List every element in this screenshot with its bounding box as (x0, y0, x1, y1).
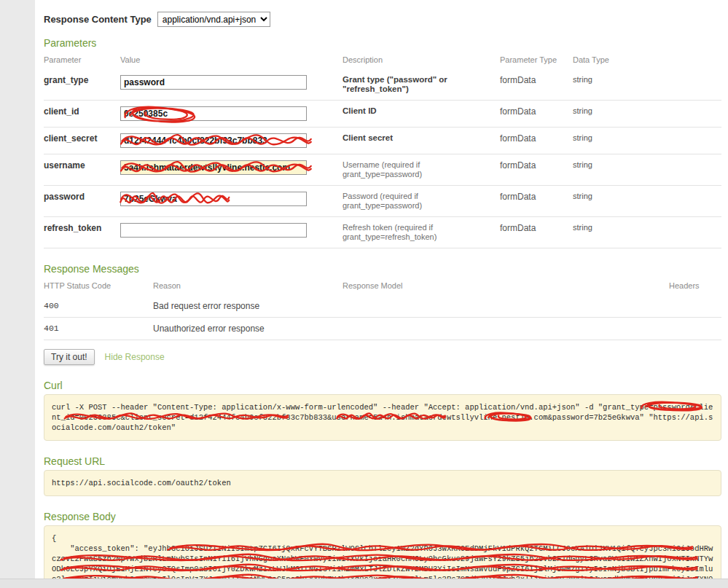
client_secret-input[interactable] (120, 133, 307, 148)
column-header: Data Type (573, 52, 721, 69)
response-message-row-400: 400Bad request error response (44, 295, 721, 318)
parameters-table: ParameterValueDescriptionParameter TypeD… (44, 52, 721, 248)
response-model (343, 295, 669, 318)
password-input[interactable] (120, 192, 307, 206)
response-content-type-row: Response Content Type application/vnd.ap… (44, 12, 721, 27)
left-gutter (0, 0, 35, 588)
response-headers (669, 318, 721, 340)
status-code: 401 (44, 318, 153, 340)
parameter-description: Client secret (343, 128, 500, 154)
parameter-description: Password (required if grant_type=passwor… (343, 186, 500, 217)
response-content-type-label: Response Content Type (44, 14, 152, 25)
parameter-value-cell (120, 186, 343, 217)
response-model (343, 318, 669, 340)
parameter-value-wrap (120, 133, 307, 148)
parameter-name: client_id (44, 101, 120, 128)
curl-command: curl -X POST --header "Content-Type: app… (52, 402, 713, 433)
parameter-value-cell (120, 101, 343, 128)
parameter-description: Username (required if grant_type=passwor… (343, 154, 500, 186)
parameter-value-wrap (120, 160, 307, 175)
parameter-data-type: string (573, 101, 721, 128)
curl-heading: Curl (44, 380, 721, 391)
parameters-heading: Parameters (44, 37, 721, 49)
parameter-value-cell (120, 154, 343, 186)
parameter-row-client_id: client_idClient IDformDatastring (44, 101, 721, 128)
parameter-name: client_secret (44, 128, 120, 154)
response-messages-heading: Response Messages (44, 263, 721, 275)
parameter-data-type: string (573, 154, 721, 186)
parameter-type: formData (500, 186, 573, 217)
parameter-name: username (44, 154, 120, 186)
status-reason: Unauthorized error response (153, 318, 343, 340)
parameter-row-grant_type: grant_typeGrant type ("password" or "ref… (44, 69, 721, 101)
parameter-description: Client ID (343, 101, 500, 128)
parameter-type: formData (500, 128, 573, 154)
parameter-type: formData (500, 69, 573, 101)
parameter-description: Grant type ("password" or "refresh_token… (343, 69, 500, 101)
parameter-value-cell (120, 69, 343, 101)
parameter-value-wrap (120, 223, 307, 238)
curl-command-block: curl -X POST --header "Content-Type: app… (44, 394, 721, 441)
status-code: 400 (44, 295, 153, 318)
parameter-value-cell (120, 128, 343, 154)
parameter-value-wrap (120, 106, 307, 121)
parameter-name: grant_type (44, 69, 120, 101)
column-header: Description (343, 52, 500, 69)
request-url: https://api.socialcode.com/oauth2/token (52, 478, 713, 488)
parameter-type: formData (500, 154, 573, 186)
response-body-heading: Response Body (44, 511, 721, 522)
column-header: Parameter (44, 52, 120, 69)
parameter-row-password: passwordPassword (required if grant_type… (44, 186, 721, 217)
parameter-data-type: string (573, 217, 721, 248)
response-headers (669, 295, 721, 318)
parameter-data-type: string (573, 128, 721, 154)
parameter-row-username: usernameUsername (required if grant_type… (44, 154, 721, 186)
parameters-header-row: ParameterValueDescriptionParameter TypeD… (44, 52, 721, 69)
refresh_token-input[interactable] (120, 223, 307, 238)
page-bottom-strip (0, 579, 728, 588)
parameter-type: formData (500, 101, 573, 128)
request-url-heading: Request URL (44, 455, 721, 467)
grant_type-input[interactable] (120, 75, 307, 90)
parameter-value-wrap (120, 75, 307, 90)
hide-response-link[interactable]: Hide Response (105, 352, 165, 362)
parameter-row-client_secret: client_secretClient secretformDatastring (44, 128, 721, 154)
response-content-type-select[interactable]: application/vnd.api+json (157, 12, 270, 27)
request-url-block: https://api.socialcode.com/oauth2/token (44, 470, 721, 496)
column-header: Headers (669, 278, 721, 295)
parameter-name: refresh_token (44, 217, 120, 248)
column-header: Parameter Type (500, 52, 573, 69)
parameter-value-cell (120, 217, 343, 248)
response-messages-table: HTTP Status CodeReasonResponse ModelHead… (44, 278, 721, 340)
parameter-name: password (44, 186, 120, 217)
username-input[interactable] (120, 160, 307, 175)
parameter-data-type: string (573, 69, 721, 101)
parameter-data-type: string (573, 186, 721, 217)
parameter-row-refresh_token: refresh_tokenRefresh token (required if … (44, 217, 721, 248)
column-header: Response Model (343, 278, 669, 295)
client_id-input[interactable] (120, 106, 307, 121)
column-header: Value (120, 52, 343, 69)
swagger-operation-panel: Response Content Type application/vnd.ap… (35, 0, 728, 588)
status-reason: Bad request error response (153, 295, 343, 318)
parameter-description: Refresh token (required if grant_type=re… (343, 217, 500, 248)
actions-row: Try it out! Hide Response (44, 349, 721, 365)
parameter-value-wrap (120, 192, 307, 206)
parameter-type: formData (500, 217, 573, 248)
response-message-row-401: 401Unauthorized error response (44, 318, 721, 340)
column-header: HTTP Status Code (44, 278, 153, 295)
response-messages-header-row: HTTP Status CodeReasonResponse ModelHead… (44, 278, 721, 295)
column-header: Reason (153, 278, 343, 295)
try-it-out-button[interactable]: Try it out! (44, 349, 95, 365)
